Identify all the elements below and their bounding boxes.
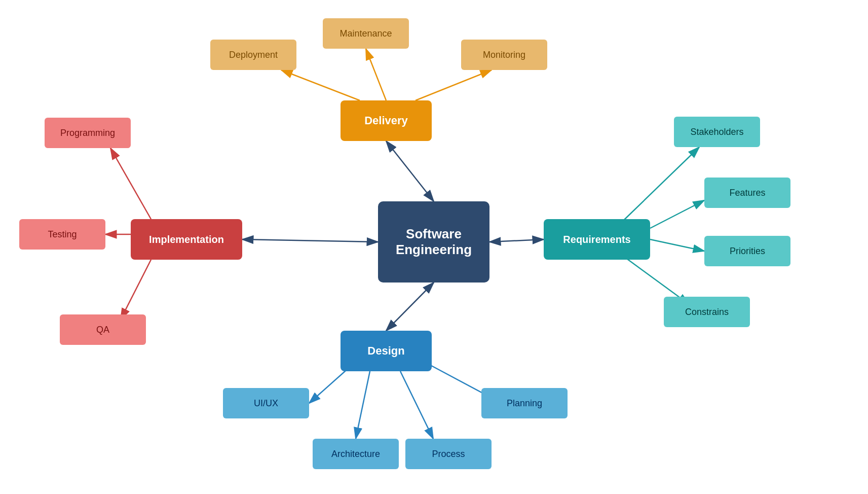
process-node: Process	[405, 439, 492, 469]
design-label: Design	[367, 344, 404, 358]
testing-node: Testing	[19, 219, 105, 250]
monitoring-label: Monitoring	[483, 50, 525, 60]
monitoring-node: Monitoring	[461, 40, 547, 70]
stakeholders-node: Stakeholders	[674, 117, 760, 147]
deployment-label: Deployment	[229, 50, 278, 60]
testing-label: Testing	[48, 229, 77, 240]
implementation-node: Implementation	[131, 219, 242, 260]
process-label: Process	[432, 449, 465, 460]
implementation-to-qa-arrow	[121, 260, 151, 320]
planning-node: Planning	[481, 388, 568, 418]
planning-label: Planning	[507, 398, 542, 409]
design-to-architecture-arrow	[356, 371, 370, 439]
uiux-node: UI/UX	[223, 388, 309, 418]
delivery-label: Delivery	[364, 114, 408, 127]
center-node: Software Engineering	[378, 201, 489, 283]
requirements-label: Requirements	[563, 234, 630, 245]
programming-label: Programming	[60, 128, 115, 138]
center-to-requirements-arrow	[489, 239, 544, 242]
delivery-to-maintenance-arrow	[366, 49, 386, 100]
priorities-node: Priorities	[704, 236, 790, 266]
priorities-label: Priorities	[730, 246, 765, 257]
stakeholders-label: Stakeholders	[690, 127, 743, 137]
center-to-implementation-arrow	[242, 239, 378, 242]
qa-node: QA	[60, 314, 146, 345]
requirements-to-priorities-arrow	[650, 239, 704, 251]
uiux-label: UI/UX	[254, 398, 278, 409]
requirements-to-features-arrow	[650, 200, 704, 228]
delivery-node: Delivery	[341, 100, 432, 141]
qa-label: QA	[96, 325, 109, 335]
architecture-node: Architecture	[313, 439, 399, 469]
design-to-process-arrow	[400, 371, 433, 439]
features-label: Features	[729, 188, 765, 198]
constrains-node: Constrains	[664, 297, 750, 327]
implementation-label: Implementation	[149, 234, 224, 245]
design-node: Design	[341, 331, 432, 371]
center-label: Software Engineering	[378, 226, 489, 258]
programming-node: Programming	[45, 118, 131, 148]
constrains-label: Constrains	[685, 307, 729, 317]
requirements-to-stakeholders-arrow	[623, 147, 699, 221]
maintenance-label: Maintenance	[339, 28, 392, 39]
maintenance-node: Maintenance	[323, 18, 409, 49]
deployment-node: Deployment	[210, 40, 296, 70]
delivery-to-monitoring-arrow	[416, 70, 492, 100]
center-to-delivery-arrow	[386, 141, 434, 201]
architecture-label: Architecture	[331, 449, 380, 460]
delivery-to-deployment-arrow	[281, 70, 360, 100]
center-to-design-arrow	[386, 283, 434, 331]
features-node: Features	[704, 178, 790, 208]
requirements-node: Requirements	[544, 219, 650, 260]
implementation-to-programming-arrow	[110, 148, 151, 219]
